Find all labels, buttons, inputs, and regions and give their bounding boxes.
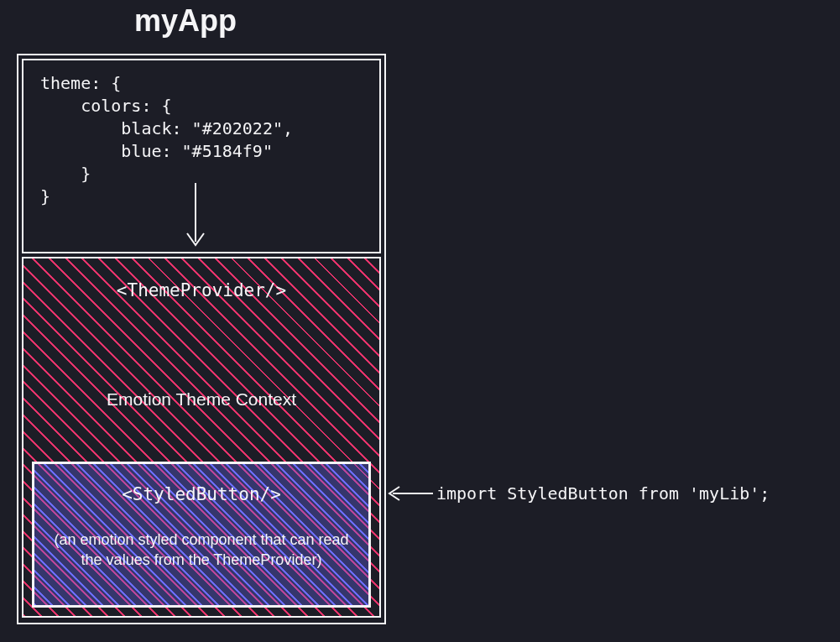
styled-button-box: <StyledButton/> (an emotion styled compo… — [32, 462, 371, 608]
import-statement: import StyledButton from 'myLib'; — [436, 483, 770, 504]
arrow-down-icon — [183, 183, 208, 248]
styled-button-description: (an emotion styled component that can re… — [53, 530, 350, 571]
styled-button-label: <StyledButton/> — [34, 484, 368, 504]
theme-provider-label: <ThemeProvider/> — [23, 280, 379, 300]
arrow-left-icon — [386, 483, 433, 504]
theme-context-label: Emotion Theme Context — [23, 389, 379, 410]
app-title: myApp — [134, 3, 237, 39]
